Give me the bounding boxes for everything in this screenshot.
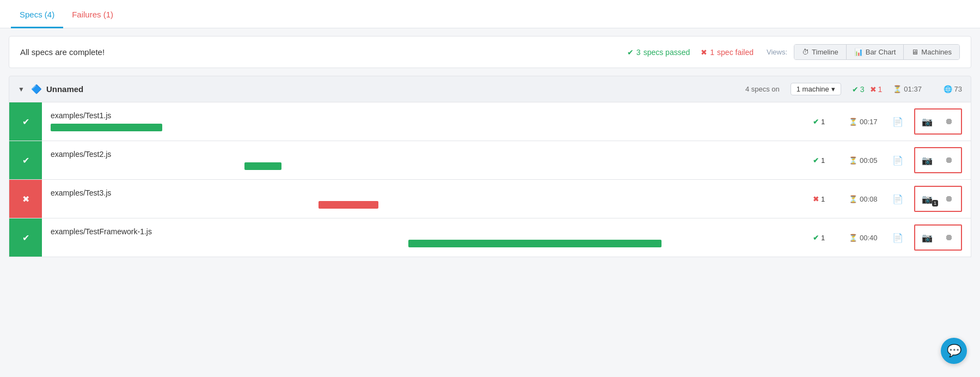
status-right: ✔ 3 specs passed ✖ 1 spec failed Views: … [627,44,960,60]
group-time: ⏳ 01:37 [893,85,922,93]
timeline-bar [408,240,661,247]
group-header: ▼ 🔷 Unnamed 4 specs on 1 machine ▾ ✔ 3 ✖… [9,76,971,102]
check-icon: ✔ [813,234,819,242]
test-actions: ✔ 1 ⏳ 00:05 📄 📷 ⏺ [804,147,971,173]
check-icon: ✔ [627,48,634,57]
timeline-view-btn[interactable]: ⏱ Timeline [794,45,847,59]
play-icon[interactable]: ⏺ [941,194,957,204]
file-icon[interactable]: 📄 [890,233,905,243]
screenshot-icon[interactable]: 📷 [920,233,935,243]
failed-count: 1 [710,48,714,57]
barchart-view-btn[interactable]: 📊 Bar Chart [847,45,904,59]
test-name: examples/Test2.js [51,150,795,159]
group-meta: 4 specs on 1 machine ▾ ✔ 3 ✖ 1 ⏳ 01:37 🌐… [745,83,962,95]
test-content: examples/Test3.js [42,180,804,218]
test-content: examples/Test1.js [42,102,804,141]
test-content: examples/Test2.js [42,141,804,179]
chevron-down-icon: ▾ [831,85,835,93]
status-message: All specs are complete! [20,47,105,57]
screenshot-count: 1 [932,200,938,206]
timeline-bar-container [51,162,795,171]
screenshot-play-group: 📷 ⏺ [914,224,962,251]
test-time: ⏳ 00:17 [849,118,881,126]
stats: ✔ 3 specs passed ✖ 1 spec failed [627,48,754,57]
test-time: ⏳ 00:05 [849,156,881,165]
play-icon[interactable]: ⏺ [941,155,957,165]
test-pass-count: ✔ 1 [813,234,840,242]
test-content: examples/TestFramework-1.js [42,218,804,257]
collapse-icon[interactable]: ▼ [18,86,24,93]
screenshot-play-group: 📷 ⏺ [914,108,962,135]
timeline-bar [318,201,378,209]
status-indicator-pass: ✔ [9,102,42,141]
tab-failures[interactable]: Failures (1) [63,2,122,28]
passed-count: 3 [636,48,641,57]
stat-passed: ✔ 3 specs passed [627,48,690,57]
status-indicator-pass: ✔ [9,218,42,257]
specs-on-text: 4 specs on [745,85,780,93]
test-time: ⏳ 00:08 [849,195,881,203]
status-indicator-pass: ✔ [9,141,42,179]
machine-badge[interactable]: 1 machine ▾ [791,83,841,95]
test-rows: ✔ examples/Test1.js ✔ 1 ⏳ 00:17 📄 📷 ⏺ [9,102,971,257]
group-passed: ✔ 3 [852,85,865,94]
view-buttons: ⏱ Timeline 📊 Bar Chart 🖥 Machines [794,44,960,60]
test-actions: ✖ 1 ⏳ 00:08 📄 📷 1 ⏺ [804,186,971,212]
machines-icon: 🖥 [911,48,918,56]
group-stats: ✔ 3 ✖ 1 [852,85,883,94]
tab-specs[interactable]: Specs (4) [11,2,63,28]
machines-view-btn[interactable]: 🖥 Machines [904,45,959,59]
play-icon[interactable]: ⏺ [941,233,957,242]
table-row: ✔ examples/TestFramework-1.js ✔ 1 ⏳ 00:4… [9,218,971,257]
status-bar: All specs are complete! ✔ 3 specs passed… [9,36,971,68]
timeline-bar [244,162,281,170]
file-icon[interactable]: 📄 [890,117,905,127]
file-icon[interactable]: 📄 [890,155,905,166]
timeline-bar-container [51,200,795,209]
table-row: ✖ examples/Test3.js ✖ 1 ⏳ 00:08 📄 � [9,180,971,218]
status-indicator-fail: ✖ [9,180,42,218]
timeline-bar-container [51,123,795,132]
table-row: ✔ examples/Test2.js ✔ 1 ⏳ 00:05 📄 📷 ⏺ [9,141,971,180]
test-name: examples/TestFramework-1.js [51,227,795,236]
tabs-bar: Specs (4) Failures (1) [0,0,980,28]
group-number: 🌐 73 [944,85,962,93]
screenshot-icon[interactable]: 📷 [920,117,935,127]
group-logo-icon: 🔷 [31,84,42,94]
test-fail-count: ✖ 1 [813,195,840,203]
timeline-bar-container [51,239,795,248]
screenshot-play-group: 📷 ⏺ [914,147,962,173]
stat-failed: ✖ 1 spec failed [701,48,754,57]
test-name: examples/Test1.js [51,111,795,120]
table-row: ✔ examples/Test1.js ✔ 1 ⏳ 00:17 📄 📷 ⏺ [9,102,971,141]
test-actions: ✔ 1 ⏳ 00:40 📄 📷 ⏺ [804,224,971,251]
screenshot-play-group: 📷 1 ⏺ [914,186,962,212]
test-name: examples/Test3.js [51,188,795,197]
test-time: ⏳ 00:40 [849,234,881,242]
group-failed: ✖ 1 [870,85,883,94]
timeline-icon: ⏱ [802,48,809,56]
test-pass-count: ✔ 1 [813,156,840,165]
check-icon: ✔ [813,156,819,165]
x-icon: ✖ [813,195,819,203]
main-area: ▼ 🔷 Unnamed 4 specs on 1 machine ▾ ✔ 3 ✖… [9,76,971,257]
group-name: 🔷 Unnamed [31,84,739,94]
failed-label: spec failed [717,48,754,57]
check-icon: ✔ [813,118,819,126]
views-section: Views: ⏱ Timeline 📊 Bar Chart 🖥 Machines [767,44,960,60]
timeline-bar [51,124,162,131]
views-label: Views: [767,48,787,56]
file-icon[interactable]: 📄 [890,194,905,204]
passed-label: specs passed [644,48,690,57]
screenshot-count-container: 📷 1 [920,194,935,204]
test-actions: ✔ 1 ⏳ 00:17 📄 📷 ⏺ [804,108,971,135]
test-pass-count: ✔ 1 [813,118,840,126]
barchart-icon: 📊 [854,48,863,56]
screenshot-icon[interactable]: 📷 [920,155,935,166]
x-icon: ✖ [701,48,707,57]
play-icon[interactable]: ⏺ [941,117,957,126]
